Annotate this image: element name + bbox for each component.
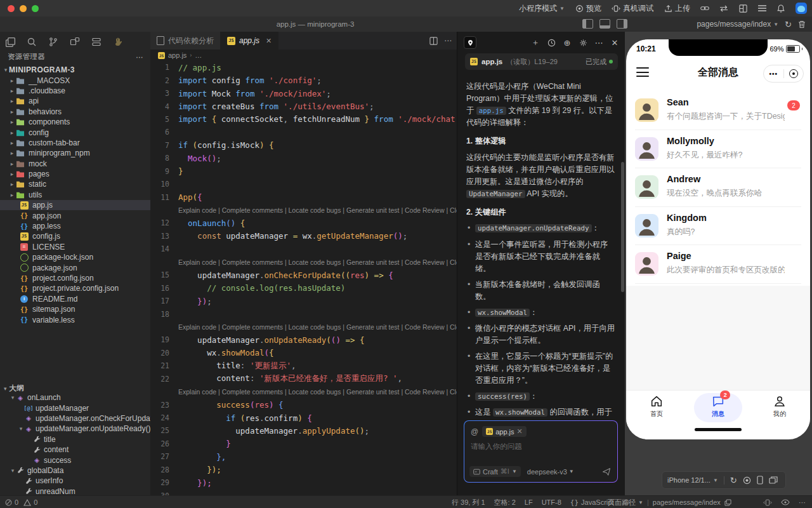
outline-item-title[interactable]: title xyxy=(0,434,150,444)
capsule-more-icon[interactable]: ••• xyxy=(764,70,783,77)
tree-item-license[interactable]: ≡LICENSE xyxy=(0,242,150,252)
tree-root-miniprogram-3[interactable]: ▾MINIPROGRAM-3 xyxy=(0,65,150,75)
close-window-button[interactable] xyxy=(8,5,15,12)
outline-item-updatemanager-oncheckforupdate-call-[interactable]: ◈updateManager.onCheckForUpdate() call..… xyxy=(0,413,150,424)
ai-input-box[interactable]: @ JS app.js ✕ 请输入你的问题 Craft ⌘I ▼ xyxy=(464,420,618,483)
tree-item-static[interactable]: ▸static xyxy=(0,179,150,189)
user-avatar[interactable] xyxy=(796,3,807,14)
outline-item-updatemanager-onupdateready-callback[interactable]: ▾◈updateManager.onUpdateReady() callback xyxy=(0,424,150,434)
upload-button[interactable]: 上传 xyxy=(664,3,690,14)
toggle-right-panel-icon[interactable] xyxy=(617,19,627,29)
problems-warnings[interactable]: 0 xyxy=(23,498,37,506)
record-icon[interactable] xyxy=(743,476,751,485)
page-path-label[interactable]: 页面路径 ▼ xyxy=(608,498,643,507)
tree-item-package.json[interactable]: package.json xyxy=(0,262,150,272)
model-selector[interactable]: deepseek-v3 ▼ xyxy=(527,468,574,476)
send-icon[interactable] xyxy=(602,467,611,476)
more-icon[interactable]: ⋯ xyxy=(593,38,605,48)
ai-input-placeholder[interactable]: 请输入你的问题 xyxy=(471,442,611,451)
tree-item-__macosx[interactable]: ▸__MACOSX xyxy=(0,75,150,85)
multi-window-icon[interactable] xyxy=(769,476,778,484)
trash-icon[interactable] xyxy=(798,20,806,29)
capsule-exit-icon[interactable] xyxy=(784,69,804,78)
tree-item-utils[interactable]: ▸utils xyxy=(0,190,150,200)
outline-item-userinfo[interactable]: userInfo xyxy=(0,476,150,486)
tree-item-config.js[interactable]: JSconfig.js xyxy=(0,231,150,241)
page-path-dropdown[interactable]: pages/message/index ▼ xyxy=(697,20,778,29)
eye-icon[interactable] xyxy=(781,499,790,505)
device-frame-icon[interactable] xyxy=(757,476,763,485)
tree-item-variable.less[interactable]: {}variable.less xyxy=(0,314,150,324)
history-icon[interactable] xyxy=(546,39,557,47)
more-actions-icon[interactable]: ⋯ xyxy=(136,53,143,62)
tree-item-behaviors[interactable]: ▸behaviors xyxy=(0,107,150,117)
tree-item-pages[interactable]: ▸pages xyxy=(0,169,150,179)
maximize-window-button[interactable] xyxy=(32,5,39,12)
refresh-icon[interactable]: ↻ xyxy=(785,20,792,29)
device-selector[interactable]: iPhone 12/1... ▼ xyxy=(667,476,718,484)
more-icon[interactable]: ⋯ xyxy=(799,498,806,507)
outline-item-globaldata[interactable]: ▾globalData xyxy=(0,465,150,476)
phone-simulator[interactable]: 10:21 69% 全部消息 ••• Sean有个问题想咨询一下，关于TDesi… xyxy=(626,39,810,439)
indentation[interactable]: 空格: 2 xyxy=(494,498,516,507)
tree-item-api[interactable]: ▸api xyxy=(0,96,150,106)
encoding-indicator[interactable]: UTF-8 xyxy=(542,498,561,506)
outline-section-header[interactable]: ▾ 大纲 xyxy=(4,384,24,393)
eol-indicator[interactable]: LF xyxy=(525,498,533,506)
tree-item-.cloudbase[interactable]: ▸.cloudbase xyxy=(0,86,150,96)
explorer-icon[interactable] xyxy=(4,36,16,48)
home-indicator[interactable] xyxy=(695,428,742,431)
message-row-mollymolly[interactable]: Mollymolly好久不见，最近咋样? xyxy=(626,130,810,169)
codelens-actions[interactable]: Explain code | Complete comments | Locat… xyxy=(178,323,457,331)
breadcrumb[interactable]: JS app.js › … xyxy=(150,50,457,61)
hand-icon[interactable] xyxy=(112,36,124,48)
codelens-actions[interactable]: Explain code | Complete comments | Locat… xyxy=(178,258,457,266)
tree-item-config[interactable]: ▸config xyxy=(0,127,150,137)
remove-mention-icon[interactable]: ✕ xyxy=(517,427,523,436)
toggle-left-panel-icon[interactable] xyxy=(582,19,593,29)
outline-item-updatemanager[interactable]: [@]updateManager xyxy=(0,403,150,413)
codelens-actions[interactable]: Explain code | Complete comments | Locat… xyxy=(178,206,457,214)
settings-gear-icon[interactable] xyxy=(577,39,589,47)
remote-debug-icon[interactable] xyxy=(763,498,772,507)
tree-item-app.js[interactable]: JSapp.js xyxy=(0,200,150,210)
tree-item-miniprogram_npm[interactable]: ▸miniprogram_npm xyxy=(0,148,150,158)
tree-item-app.json[interactable]: {}app.json xyxy=(0,210,150,220)
refresh-icon[interactable]: ↻ xyxy=(730,476,737,485)
problems-errors[interactable]: 0 xyxy=(5,498,18,506)
outline-item-content[interactable]: content xyxy=(0,444,150,455)
split-editor-icon[interactable] xyxy=(429,37,438,45)
message-row-sean[interactable]: Sean有个问题想咨询一下，关于TDesign组件...2 xyxy=(626,91,810,130)
layers-icon[interactable] xyxy=(90,36,103,48)
more-actions-icon[interactable]: ⋯ xyxy=(444,36,452,45)
source-control-icon[interactable] xyxy=(47,36,60,48)
tab-app-js[interactable]: JS app.js ✕ xyxy=(221,32,278,50)
bell-icon[interactable] xyxy=(776,4,785,13)
switch-arrows-icon[interactable] xyxy=(719,4,728,13)
mini-program-mode-dropdown[interactable]: 小程序模式▼ xyxy=(519,3,565,14)
locate-icon[interactable]: ⊕ xyxy=(561,38,573,48)
tab-消息[interactable]: 2消息 xyxy=(693,394,743,418)
link-icon[interactable] xyxy=(700,4,709,13)
message-row-paige[interactable]: Paige此次要评审的首页和专区页改版的交互方案 xyxy=(626,245,810,284)
search-icon[interactable] xyxy=(25,36,38,48)
toggle-bottom-panel-icon[interactable] xyxy=(599,19,610,29)
tab-我的[interactable]: 我的 xyxy=(754,394,805,418)
ai-context-file-card[interactable]: JS app.js （读取）L19–29 已完成 xyxy=(465,53,618,70)
panel-grid-icon[interactable] xyxy=(738,4,747,13)
tree-item-readme.md[interactable]: iREADME.md xyxy=(0,294,150,304)
close-panel-icon[interactable]: ✕ xyxy=(609,38,620,48)
message-row-kingdom[interactable]: Kingdom真的吗? xyxy=(626,207,810,246)
menu-icon[interactable] xyxy=(757,4,766,13)
outline-item-success[interactable]: ◈success xyxy=(0,455,150,465)
code-area[interactable]: 1// app.js2import config from './config'… xyxy=(150,61,457,495)
outline-item-onlaunch[interactable]: ▾◈onLaunch xyxy=(0,392,150,403)
minimize-window-button[interactable] xyxy=(20,5,27,12)
remote-debug-button[interactable]: 真机调试 xyxy=(612,3,653,14)
windows-icon[interactable] xyxy=(69,36,81,48)
tree-item-package-lock.json[interactable]: package-lock.json xyxy=(0,252,150,262)
mode-selector[interactable]: Craft ⌘I ▼ xyxy=(469,466,521,477)
tree-item-sitemap.json[interactable]: {}sitemap.json xyxy=(0,304,150,314)
close-tab-icon[interactable]: ✕ xyxy=(266,37,272,45)
tree-item-custom-tab-bar[interactable]: ▸custom-tab-bar xyxy=(0,138,150,148)
